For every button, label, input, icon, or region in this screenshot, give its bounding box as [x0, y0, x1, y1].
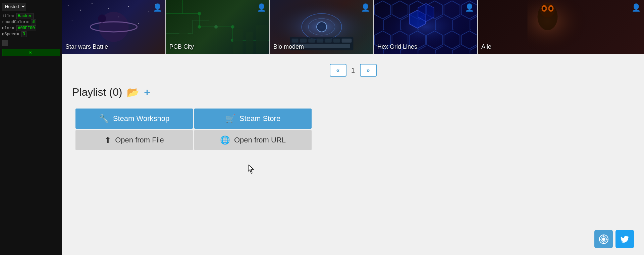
open-url-button[interactable]: 🌐 Open from URL — [194, 130, 312, 150]
gallery-label-alien: Alie — [481, 43, 491, 50]
svg-rect-32 — [246, 32, 253, 54]
steam-workshop-label: Steam Workshop — [113, 114, 169, 123]
steam-store-button[interactable]: 🛒 Steam Store — [194, 109, 312, 129]
svg-point-4 — [128, 6, 129, 7]
next-page-icon: » — [366, 67, 370, 74]
svg-marker-67 — [248, 165, 254, 173]
gallery-item-biomodem[interactable]: Bio modem 👤 — [270, 0, 374, 54]
svg-rect-43 — [325, 39, 332, 43]
steam-store-label: Steam Store — [239, 114, 280, 123]
content-area: « 1 » Playlist (0) 📂 + 🔧 Steam Workshop … — [62, 54, 644, 157]
prev-page-icon: « — [336, 67, 339, 74]
prev-page-button[interactable]: « — [330, 64, 346, 77]
mouse-cursor — [248, 165, 255, 174]
field-speed: gSpeed= 3 — [2, 32, 60, 37]
hosted-row: Hosted — [2, 3, 60, 10]
field-bgcolor: roundColor= # — [2, 20, 60, 25]
gallery-item-pcb[interactable]: PCB City 👤 — [166, 0, 270, 54]
svg-point-3 — [108, 8, 109, 9]
playlist-add-icon[interactable]: + — [144, 86, 150, 98]
svg-rect-53 — [528, 0, 595, 54]
svg-marker-52 — [418, 3, 434, 22]
gallery-bg-alien — [478, 0, 644, 54]
twitter-social-icon[interactable] — [615, 230, 634, 248]
svg-point-59 — [550, 7, 552, 10]
svg-point-7 — [72, 20, 72, 20]
svg-point-1 — [80, 10, 81, 11]
gallery-strip: Star wars Battle 👤 — [62, 0, 644, 54]
svg-rect-42 — [317, 39, 323, 43]
gallery-item-starwars[interactable]: Star wars Battle 👤 — [62, 0, 166, 54]
gallery-icon-biomodem: 👤 — [361, 3, 370, 12]
gallery-icon-starwars: 👤 — [153, 3, 162, 12]
field-title: itle= Hacker — [2, 14, 60, 18]
svg-point-9 — [139, 23, 139, 24]
svg-rect-31 — [233, 29, 243, 54]
steam-workshop-button[interactable]: 🔧 Steam Workshop — [75, 109, 193, 129]
gallery-label-hexgrid: Hex Grid Lines — [377, 43, 417, 50]
svg-point-37 — [317, 22, 327, 32]
svg-point-23 — [198, 12, 201, 15]
open-file-label: Open from File — [115, 136, 164, 144]
gallery-icon-pcb: 👤 — [257, 3, 266, 12]
social-icons — [594, 230, 634, 248]
open-file-button[interactable]: ⬆ Open from File — [75, 130, 193, 150]
steam-social-icon[interactable] — [594, 230, 613, 248]
playlist-folder-icon[interactable]: 📂 — [127, 86, 139, 98]
svg-rect-33 — [256, 25, 268, 53]
workshop-icon: 🔧 — [99, 114, 109, 123]
gallery-icon-alien: 👤 — [632, 3, 641, 12]
svg-point-27 — [214, 25, 218, 29]
svg-rect-41 — [308, 39, 315, 43]
svg-rect-40 — [300, 39, 307, 43]
gallery-label-starwars: Star wars Battle — [65, 43, 108, 50]
gallery-label-biomodem: Bio modem — [273, 43, 304, 50]
main-content: Star wars Battle 👤 — [62, 0, 644, 255]
pagination: « 1 » — [72, 64, 634, 77]
svg-rect-45 — [342, 39, 352, 43]
svg-point-58 — [543, 7, 546, 10]
svg-point-0 — [68, 5, 69, 5]
svg-point-24 — [198, 25, 201, 29]
left-panel: Hosted itle= Hacker roundColor= # olor= … — [0, 0, 62, 255]
checkbox-placeholder — [2, 40, 8, 46]
svg-rect-39 — [292, 39, 299, 43]
twitter-icon-svg — [620, 235, 630, 244]
gallery-item-hexgrid[interactable]: Hex Grid Lines 👤 — [374, 0, 478, 54]
current-page: 1 — [350, 67, 357, 74]
svg-point-61 — [602, 238, 605, 241]
action-buttons: 🔧 Steam Workshop 🛒 Steam Store ⬆ Open fr… — [75, 109, 634, 150]
playlist-header: Playlist (0) 📂 + — [72, 86, 634, 98]
gallery-label-pcb: PCB City — [169, 43, 194, 50]
gallery-item-alien[interactable]: Alie 👤 — [478, 0, 644, 54]
field-color: olor= #00FF00 — [2, 26, 60, 31]
svg-point-25 — [231, 25, 234, 29]
store-icon: 🛒 — [225, 114, 235, 123]
playlist-title: Playlist (0) — [72, 86, 122, 98]
svg-point-2 — [92, 3, 92, 4]
action-button[interactable]: k! — [2, 49, 60, 56]
svg-point-5 — [148, 11, 149, 12]
next-page-button[interactable]: » — [360, 64, 377, 77]
file-icon: ⬆ — [104, 135, 111, 145]
steam-icon-svg — [599, 234, 609, 244]
url-icon: 🌐 — [220, 135, 230, 145]
gallery-icon-hexgrid: 👤 — [465, 3, 474, 12]
hosted-select[interactable]: Hosted — [2, 3, 26, 10]
alien-decoration — [478, 0, 644, 54]
svg-rect-44 — [333, 39, 340, 43]
open-url-label: Open from URL — [234, 136, 286, 144]
svg-point-12 — [98, 14, 106, 23]
